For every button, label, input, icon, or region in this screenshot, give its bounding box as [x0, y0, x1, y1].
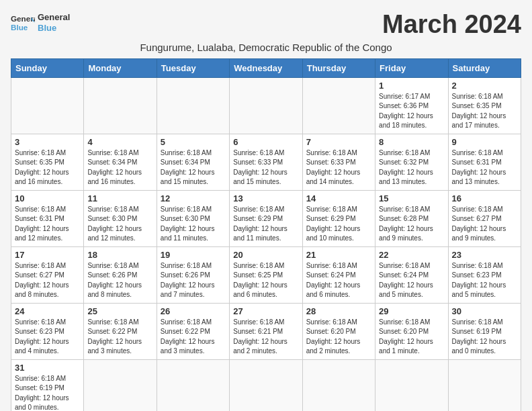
day-number: 26	[161, 306, 226, 316]
day-info: Sunrise: 6:18 AM Sunset: 6:21 PM Dayligh…	[233, 318, 298, 357]
month-title: March 2024	[382, 11, 521, 39]
day-info: Sunrise: 6:18 AM Sunset: 6:22 PM Dayligh…	[161, 318, 226, 357]
calendar-cell	[230, 77, 302, 134]
day-info: Sunrise: 6:18 AM Sunset: 6:32 PM Dayligh…	[379, 148, 444, 187]
calendar-cell	[11, 77, 84, 134]
calendar-cell: 20Sunrise: 6:18 AM Sunset: 6:25 PM Dayli…	[230, 246, 302, 303]
day-number: 16	[452, 193, 517, 203]
day-number: 4	[87, 137, 152, 147]
calendar-cell: 27Sunrise: 6:18 AM Sunset: 6:21 PM Dayli…	[230, 303, 302, 359]
day-info: Sunrise: 6:18 AM Sunset: 6:35 PM Dayligh…	[15, 148, 80, 187]
day-info: Sunrise: 6:18 AM Sunset: 6:24 PM Dayligh…	[306, 261, 371, 300]
day-info: Sunrise: 6:18 AM Sunset: 6:26 PM Dayligh…	[87, 261, 152, 300]
calendar-cell	[157, 359, 229, 411]
day-number: 3	[15, 137, 80, 147]
calendar-cell	[302, 359, 375, 411]
day-number: 22	[379, 250, 444, 260]
day-number: 8	[379, 137, 444, 147]
day-info: Sunrise: 6:18 AM Sunset: 6:34 PM Dayligh…	[161, 148, 226, 187]
calendar-cell: 31Sunrise: 6:18 AM Sunset: 6:19 PM Dayli…	[11, 359, 84, 411]
day-number: 31	[15, 363, 80, 373]
calendar-cell: 17Sunrise: 6:18 AM Sunset: 6:27 PM Dayli…	[11, 246, 84, 303]
day-number: 28	[306, 306, 371, 316]
calendar-cell: 21Sunrise: 6:18 AM Sunset: 6:24 PM Dayli…	[302, 246, 375, 303]
day-number: 11	[87, 193, 152, 203]
calendar-cell: 26Sunrise: 6:18 AM Sunset: 6:22 PM Dayli…	[157, 303, 229, 359]
day-info: Sunrise: 6:18 AM Sunset: 6:20 PM Dayligh…	[379, 318, 444, 357]
day-number: 9	[452, 137, 517, 147]
calendar-cell: 12Sunrise: 6:18 AM Sunset: 6:30 PM Dayli…	[157, 190, 229, 246]
weekday-header-wednesday: Wednesday	[230, 58, 302, 77]
day-number: 5	[161, 137, 226, 147]
subtitle: Fungurume, Lualaba, Democratic Republic …	[11, 42, 521, 53]
weekday-header-monday: Monday	[84, 58, 157, 77]
day-info: Sunrise: 6:18 AM Sunset: 6:30 PM Dayligh…	[161, 205, 226, 244]
day-info: Sunrise: 6:18 AM Sunset: 6:31 PM Dayligh…	[452, 148, 517, 187]
day-info: Sunrise: 6:18 AM Sunset: 6:29 PM Dayligh…	[306, 205, 371, 244]
day-number: 10	[15, 193, 80, 203]
day-info: Sunrise: 6:18 AM Sunset: 6:24 PM Dayligh…	[379, 261, 444, 300]
day-number: 17	[15, 250, 80, 260]
day-info: Sunrise: 6:18 AM Sunset: 6:33 PM Dayligh…	[233, 148, 298, 187]
calendar-cell: 22Sunrise: 6:18 AM Sunset: 6:24 PM Dayli…	[375, 246, 448, 303]
logo-blue: Blue	[38, 23, 70, 34]
day-number: 14	[306, 193, 371, 203]
logo-icon: General Blue	[11, 11, 35, 35]
calendar-cell: 14Sunrise: 6:18 AM Sunset: 6:29 PM Dayli…	[302, 190, 375, 246]
day-info: Sunrise: 6:18 AM Sunset: 6:23 PM Dayligh…	[15, 318, 80, 357]
calendar-cell: 15Sunrise: 6:18 AM Sunset: 6:28 PM Dayli…	[375, 190, 448, 246]
day-info: Sunrise: 6:18 AM Sunset: 6:19 PM Dayligh…	[15, 374, 80, 411]
calendar-cell: 30Sunrise: 6:18 AM Sunset: 6:19 PM Dayli…	[448, 303, 521, 359]
day-number: 23	[452, 250, 517, 260]
day-number: 25	[87, 306, 152, 316]
day-number: 30	[452, 306, 517, 316]
day-number: 20	[233, 250, 298, 260]
weekday-header-sunday: Sunday	[11, 58, 84, 77]
logo: General Blue General Blue	[11, 11, 70, 35]
day-info: Sunrise: 6:18 AM Sunset: 6:26 PM Dayligh…	[161, 261, 226, 300]
calendar-cell: 5Sunrise: 6:18 AM Sunset: 6:34 PM Daylig…	[157, 134, 229, 190]
day-number: 12	[161, 193, 226, 203]
day-info: Sunrise: 6:18 AM Sunset: 6:25 PM Dayligh…	[233, 261, 298, 300]
calendar-cell: 3Sunrise: 6:18 AM Sunset: 6:35 PM Daylig…	[11, 134, 84, 190]
calendar-cell: 8Sunrise: 6:18 AM Sunset: 6:32 PM Daylig…	[375, 134, 448, 190]
weekday-header: SundayMondayTuesdayWednesdayThursdayFrid…	[11, 58, 521, 77]
calendar-week-3: 17Sunrise: 6:18 AM Sunset: 6:27 PM Dayli…	[11, 246, 521, 303]
calendar-cell: 4Sunrise: 6:18 AM Sunset: 6:34 PM Daylig…	[84, 134, 157, 190]
calendar-week-4: 24Sunrise: 6:18 AM Sunset: 6:23 PM Dayli…	[11, 303, 521, 359]
calendar-cell: 11Sunrise: 6:18 AM Sunset: 6:30 PM Dayli…	[84, 190, 157, 246]
calendar-cell: 19Sunrise: 6:18 AM Sunset: 6:26 PM Dayli…	[157, 246, 229, 303]
calendar-cell: 28Sunrise: 6:18 AM Sunset: 6:20 PM Dayli…	[302, 303, 375, 359]
calendar-cell: 23Sunrise: 6:18 AM Sunset: 6:23 PM Dayli…	[448, 246, 521, 303]
calendar-cell: 16Sunrise: 6:18 AM Sunset: 6:27 PM Dayli…	[448, 190, 521, 246]
day-info: Sunrise: 6:18 AM Sunset: 6:22 PM Dayligh…	[87, 318, 152, 357]
day-info: Sunrise: 6:18 AM Sunset: 6:27 PM Dayligh…	[15, 261, 80, 300]
title-block: March 2024	[382, 11, 521, 39]
calendar-cell	[84, 359, 157, 411]
day-number: 7	[306, 137, 371, 147]
day-info: Sunrise: 6:18 AM Sunset: 6:20 PM Dayligh…	[306, 318, 371, 357]
weekday-header-thursday: Thursday	[302, 58, 375, 77]
calendar: SundayMondayTuesdayWednesdayThursdayFrid…	[11, 58, 521, 411]
calendar-cell	[302, 77, 375, 134]
calendar-cell: 2Sunrise: 6:18 AM Sunset: 6:35 PM Daylig…	[448, 77, 521, 134]
calendar-cell: 29Sunrise: 6:18 AM Sunset: 6:20 PM Dayli…	[375, 303, 448, 359]
day-number: 18	[87, 250, 152, 260]
calendar-cell	[84, 77, 157, 134]
weekday-header-friday: Friday	[375, 58, 448, 77]
day-info: Sunrise: 6:18 AM Sunset: 6:34 PM Dayligh…	[87, 148, 152, 187]
calendar-cell: 24Sunrise: 6:18 AM Sunset: 6:23 PM Dayli…	[11, 303, 84, 359]
day-info: Sunrise: 6:18 AM Sunset: 6:28 PM Dayligh…	[379, 205, 444, 244]
day-info: Sunrise: 6:18 AM Sunset: 6:23 PM Dayligh…	[452, 261, 517, 300]
day-info: Sunrise: 6:18 AM Sunset: 6:27 PM Dayligh…	[452, 205, 517, 244]
day-info: Sunrise: 6:17 AM Sunset: 6:36 PM Dayligh…	[379, 92, 444, 131]
calendar-week-2: 10Sunrise: 6:18 AM Sunset: 6:31 PM Dayli…	[11, 190, 521, 246]
calendar-cell: 7Sunrise: 6:18 AM Sunset: 6:33 PM Daylig…	[302, 134, 375, 190]
calendar-cell	[375, 359, 448, 411]
day-info: Sunrise: 6:18 AM Sunset: 6:31 PM Dayligh…	[15, 205, 80, 244]
calendar-cell	[448, 359, 521, 411]
day-number: 29	[379, 306, 444, 316]
calendar-body: 1Sunrise: 6:17 AM Sunset: 6:36 PM Daylig…	[11, 77, 521, 411]
day-info: Sunrise: 6:18 AM Sunset: 6:19 PM Dayligh…	[452, 318, 517, 357]
calendar-week-1: 3Sunrise: 6:18 AM Sunset: 6:35 PM Daylig…	[11, 134, 521, 190]
